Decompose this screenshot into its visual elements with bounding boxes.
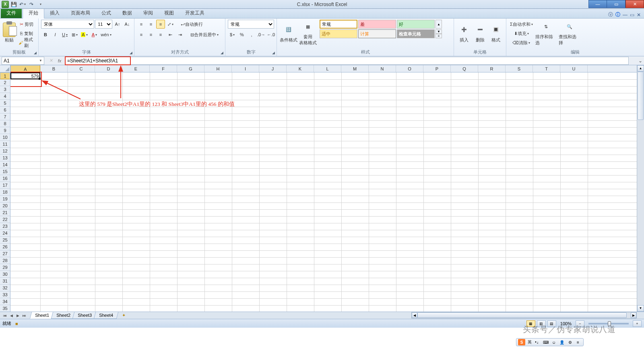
row-header-23[interactable]: 23 (0, 223, 10, 230)
decrease-decimal-button[interactable]: ←.0 (266, 30, 275, 39)
select-all-button[interactable] (0, 65, 10, 72)
row-header-11[interactable]: 11 (0, 141, 10, 148)
ime-lang-button[interactable]: 英 (526, 339, 533, 345)
row-header-6[interactable]: 6 (0, 107, 10, 114)
font-color-button[interactable]: A (90, 30, 99, 39)
row-header-12[interactable]: 12 (0, 148, 10, 155)
sheet-tab-3[interactable]: Sheet3 (72, 312, 97, 319)
row-header-34[interactable]: 34 (0, 298, 10, 305)
help-button[interactable]: ⓘ (615, 11, 620, 18)
col-header-E[interactable]: E (122, 65, 150, 72)
phonetic-button[interactable]: wén (99, 30, 112, 39)
zoom-in-button[interactable]: + (633, 320, 642, 327)
delete-cells-button[interactable]: ➖删除 (473, 20, 488, 46)
tab-file[interactable]: 文件 (1, 8, 22, 18)
maximize-button[interactable]: ▭ (607, 0, 625, 8)
row-header-24[interactable]: 24 (0, 230, 10, 237)
find-select-button[interactable]: 🔍查找和选择 (558, 20, 581, 46)
clear-button[interactable]: ⌫ 清除 (509, 38, 534, 47)
sheet-tab-4[interactable]: Sheet4 (93, 312, 118, 319)
ime-sogou-icon[interactable]: S (518, 339, 525, 345)
close-button[interactable]: ✕ (625, 0, 644, 8)
col-header-D[interactable]: D (95, 65, 122, 72)
alignment-launcher[interactable]: ◢ (219, 50, 224, 55)
tab-page-layout[interactable]: 页面布局 (65, 8, 96, 18)
col-header-I[interactable]: I (232, 65, 259, 72)
row-header-27[interactable]: 27 (0, 250, 10, 257)
zoom-slider-thumb[interactable] (608, 321, 611, 326)
row-header-5[interactable]: 5 (0, 100, 10, 107)
col-header-R[interactable]: R (478, 65, 506, 72)
tab-formulas[interactable]: 公式 (96, 8, 117, 18)
wrap-text-button[interactable]: ⮐ 自动换行 (180, 20, 204, 29)
align-top-button[interactable]: ≡ (137, 20, 146, 29)
row-header-31[interactable]: 31 (0, 278, 10, 285)
sheet-nav-last[interactable]: ⏭ (21, 314, 27, 318)
align-middle-button[interactable]: ≡ (147, 20, 155, 29)
ime-settings-button[interactable]: ⚙ (566, 339, 574, 345)
sheet-tab-1[interactable]: Sheet1 (30, 312, 54, 319)
row-header-14[interactable]: 14 (0, 161, 10, 168)
qat-undo-button[interactable]: ↶ (19, 1, 27, 8)
row-header-1[interactable]: 1 (0, 72, 10, 79)
tab-review[interactable]: 审阅 (138, 8, 159, 18)
col-header-G[interactable]: G (177, 65, 204, 72)
style-gallery-up[interactable]: ▲ (436, 20, 442, 29)
col-header-S[interactable]: S (506, 65, 533, 72)
autosum-button[interactable]: Σ 自动求和 (509, 20, 534, 29)
row-header-13[interactable]: 13 (0, 155, 10, 161)
formula-input[interactable]: =Sheet2!A1+Sheet3!A1 (65, 57, 629, 65)
new-sheet-button[interactable]: ✦ (119, 313, 129, 318)
col-header-H[interactable]: H (204, 65, 232, 72)
row-header-29[interactable]: 29 (0, 264, 10, 271)
font-launcher[interactable]: ◢ (128, 50, 133, 55)
col-header-B[interactable]: B (40, 65, 68, 72)
ime-toolbar[interactable]: S 英 •』 ⌨ ☺ 👤 ⚙ ≡ (516, 338, 584, 346)
formula-bar-expand-button[interactable]: ⌄ (637, 58, 644, 64)
style-neutral[interactable]: 适中 (320, 29, 357, 38)
col-header-N[interactable]: N (369, 65, 396, 72)
row-header-10[interactable]: 10 (0, 134, 10, 141)
row-header-4[interactable]: 4 (0, 93, 10, 100)
row-header-16[interactable]: 16 (0, 175, 10, 182)
row-header-7[interactable]: 7 (0, 114, 10, 120)
vscroll-thumb[interactable] (638, 72, 644, 120)
orientation-button[interactable]: ⤢ (166, 20, 175, 29)
percent-button[interactable]: % (237, 30, 246, 39)
ime-menu-button[interactable]: ≡ (574, 339, 582, 345)
style-good[interactable]: 好 (397, 20, 435, 29)
style-check-cell[interactable]: 检查单元格 (397, 29, 435, 38)
cell-a1[interactable]: 579 (10, 72, 40, 79)
style-gallery-down[interactable]: ▼ (436, 29, 442, 34)
row-header-15[interactable]: 15 (0, 168, 10, 175)
row-header-21[interactable]: 21 (0, 209, 10, 216)
accounting-format-button[interactable]: $ (228, 30, 237, 39)
merge-center-button[interactable]: ⊟ 合并后居中 (189, 30, 220, 39)
row-header-18[interactable]: 18 (0, 189, 10, 196)
row-header-26[interactable]: 26 (0, 244, 10, 250)
minimize-button[interactable]: — (588, 0, 607, 8)
ime-user-button[interactable]: 👤 (558, 339, 566, 345)
hscroll-thumb[interactable] (417, 312, 627, 318)
hscroll-right-button[interactable]: ▶ (631, 312, 636, 318)
ime-keyboard-button[interactable]: ⌨ (542, 339, 549, 345)
row-header-28[interactable]: 28 (0, 257, 10, 264)
increase-indent-button[interactable]: ⇥ (175, 30, 184, 39)
macro-record-button[interactable]: ■ (15, 321, 18, 326)
sheet-tab-2[interactable]: Sheet2 (51, 312, 76, 319)
decrease-indent-button[interactable]: ⇤ (166, 30, 175, 39)
underline-button[interactable]: U (60, 30, 69, 39)
col-header-U[interactable]: U (560, 65, 588, 72)
tab-developer[interactable]: 开发工具 (180, 8, 210, 18)
view-normal-button[interactable]: ▦ (526, 320, 535, 327)
style-gallery-more[interactable]: ≡ (436, 34, 442, 38)
row-header-32[interactable]: 32 (0, 285, 10, 291)
zoom-level[interactable]: 100% (560, 321, 572, 326)
ime-punct-button[interactable]: •』 (534, 339, 541, 345)
zoom-slider[interactable] (588, 323, 629, 324)
doc-close-button[interactable]: ✕ (637, 12, 641, 18)
col-header-P[interactable]: P (423, 65, 451, 72)
name-box-dropdown-icon[interactable]: ▼ (39, 59, 42, 62)
format-painter-button[interactable]: 🖌 格式刷 (17, 38, 36, 47)
row-header-2[interactable]: 2 (0, 79, 10, 86)
